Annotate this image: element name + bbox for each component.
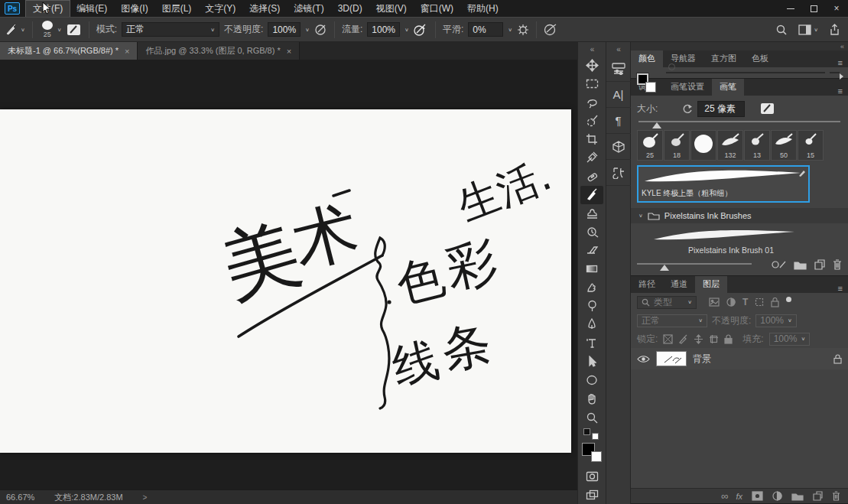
panel-menu-icon[interactable]: ≡ <box>833 58 848 67</box>
brush-preset[interactable] <box>690 130 716 161</box>
selected-brush-card[interactable]: KYLE 终极上墨（粗和细） <box>637 165 810 203</box>
hue-slider-pointer[interactable] <box>840 73 843 80</box>
eraser-tool[interactable] <box>580 241 603 259</box>
brush-preset[interactable]: 13 <box>744 130 770 161</box>
live-tip-preview-icon[interactable] <box>771 260 786 269</box>
delete-layer-icon[interactable] <box>832 491 840 501</box>
filter-toggle-dot[interactable] <box>786 297 791 302</box>
menu-file[interactable]: 文件(F) <box>26 1 70 17</box>
chevron-down-icon[interactable]: ∨ <box>305 27 310 32</box>
layer-fill-input[interactable]: 100% ∨ <box>769 333 811 346</box>
brush-preset[interactable]: 25 <box>637 130 663 161</box>
link-layers-icon[interactable]: ∞ <box>721 490 726 502</box>
chevron-down-icon[interactable]: ∨ <box>405 27 409 32</box>
share-icon[interactable] <box>829 24 840 36</box>
canvas[interactable]: 美 术 生活. 色 彩 线 条 <box>0 109 571 453</box>
brush-preset[interactable]: 132 <box>717 130 743 161</box>
delete-brush-icon[interactable] <box>833 259 842 270</box>
pen-tool[interactable] <box>580 315 603 333</box>
reset-size-icon[interactable] <box>682 104 693 114</box>
lasso-tool[interactable] <box>580 93 603 111</box>
hue-slider[interactable] <box>830 72 840 73</box>
menu-type[interactable]: 文字(Y) <box>198 1 242 17</box>
menu-image[interactable]: 图像(I) <box>114 1 154 17</box>
filter-smartobject-icon[interactable] <box>771 298 779 307</box>
document-tab-untitled[interactable]: 未标题-1 @ 66.7%(RGB/8#) * × <box>0 42 138 60</box>
layer-filter-select[interactable]: 类型 ∨ <box>637 296 697 309</box>
chevron-down-icon[interactable]: ∨ <box>508 27 512 32</box>
color-fg-bg-swatches[interactable] <box>635 72 661 73</box>
filter-shape-icon[interactable] <box>755 298 764 307</box>
filter-image-icon[interactable] <box>709 298 720 307</box>
quick-mask-toggle[interactable] <box>580 467 603 485</box>
glyphs-panel-icon[interactable] <box>606 160 631 186</box>
foreground-background-swatches[interactable] <box>582 443 602 462</box>
new-adjustment-icon[interactable] <box>772 491 782 501</box>
brush-size-input[interactable]: 25 像素 <box>697 101 745 117</box>
gradient-tool[interactable] <box>580 260 603 278</box>
layer-row-background[interactable]: 背景 <box>631 348 848 369</box>
tab-brushes[interactable]: 画笔 <box>712 79 744 96</box>
collapse-dock-icon[interactable]: « <box>606 42 630 56</box>
menu-filter[interactable]: 滤镜(T) <box>287 1 330 17</box>
opacity-pressure-icon[interactable] <box>314 23 327 36</box>
brush-size-slider[interactable] <box>638 119 840 128</box>
brush-list-zoom-slider[interactable] <box>637 261 752 268</box>
visibility-eye-icon[interactable] <box>637 355 650 363</box>
marquee-tool[interactable] <box>580 74 603 93</box>
menu-window[interactable]: 窗口(W) <box>414 1 460 17</box>
panel-menu-icon[interactable]: ≡ <box>833 284 848 293</box>
collapse-toolbar-icon[interactable]: « <box>578 42 606 56</box>
close-button[interactable]: × <box>825 1 848 16</box>
menu-3d[interactable]: 3D(D) <box>331 2 369 15</box>
brush-settings-toggle-icon[interactable] <box>760 102 775 115</box>
layer-opacity-input[interactable]: 100% ∨ <box>755 314 797 327</box>
close-tab-icon[interactable]: × <box>287 47 291 56</box>
opacity-input[interactable]: 100% <box>268 22 301 37</box>
clone-stamp-tool[interactable] <box>580 204 603 223</box>
screen-mode-toggle[interactable] <box>580 486 603 504</box>
swap-colors-icon[interactable] <box>583 428 600 441</box>
brush-preset[interactable]: 15 <box>798 130 824 161</box>
properties-panel-icon[interactable] <box>606 56 631 82</box>
document-tab-artwork[interactable]: 作品.jpg @ 33.3% (图层 0, RGB/8) * × <box>138 42 300 60</box>
filter-type-text-icon[interactable]: T <box>742 297 748 307</box>
filter-adjustment-icon[interactable] <box>726 298 736 307</box>
new-layer-icon[interactable] <box>813 491 823 501</box>
eyedropper-tool[interactable] <box>580 148 603 167</box>
smudge-tool[interactable] <box>580 278 603 297</box>
brush-preset-dropdown[interactable]: 25 ∨ <box>40 21 62 38</box>
smoothing-input[interactable]: 0% <box>468 22 503 37</box>
new-group-icon[interactable] <box>791 492 804 501</box>
minimize-button[interactable] <box>779 1 802 16</box>
flow-input[interactable]: 100% <box>367 22 400 37</box>
menu-help[interactable]: 帮助(H) <box>460 1 505 17</box>
tab-color[interactable]: 颜色 <box>631 50 663 67</box>
saturation-brightness-field[interactable] <box>666 72 825 73</box>
lock-position-icon[interactable] <box>694 334 703 344</box>
3d-panel-icon[interactable] <box>606 134 631 160</box>
chevron-down-icon[interactable]: ∨ <box>638 213 643 218</box>
tab-layers[interactable]: 图层 <box>695 276 727 293</box>
maximize-button[interactable] <box>802 1 825 16</box>
status-chevron-icon[interactable]: > <box>143 493 148 502</box>
history-brush-tool[interactable] <box>580 223 603 241</box>
brush-group-row[interactable]: ∨ Pixelstains Ink Brushes <box>631 208 848 223</box>
close-tab-icon[interactable]: × <box>125 47 129 56</box>
tab-paths[interactable]: 路径 <box>631 276 663 293</box>
lock-paint-icon[interactable] <box>678 334 688 344</box>
type-tool[interactable] <box>580 334 603 353</box>
toggle-brush-settings-icon[interactable] <box>67 23 82 37</box>
tab-swatches[interactable]: 色板 <box>744 50 776 67</box>
panel-menu-icon[interactable]: ≡ <box>833 86 848 96</box>
new-brush-icon[interactable] <box>814 259 825 270</box>
paragraph-panel-icon[interactable]: ¶ <box>606 108 631 134</box>
brush-list-item[interactable]: Pixelstains Ink Brush 01 <box>645 226 817 257</box>
path-selection-tool[interactable] <box>580 353 603 371</box>
search-icon[interactable] <box>775 24 788 36</box>
crop-tool[interactable] <box>580 130 603 148</box>
add-mask-icon[interactable] <box>752 491 763 501</box>
slider-thumb[interactable] <box>660 265 669 271</box>
smoothing-gear-icon[interactable] <box>517 24 529 36</box>
layer-blend-mode-select[interactable]: 正常 ∨ <box>637 314 707 327</box>
